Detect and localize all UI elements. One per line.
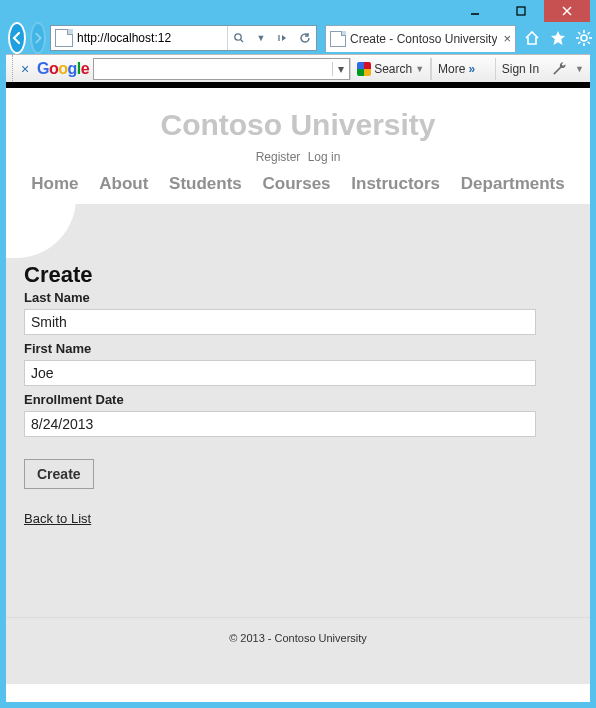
stop-button[interactable] (272, 27, 294, 49)
google-search-label: Search (374, 62, 412, 76)
svg-line-13 (588, 42, 590, 44)
tools-icon[interactable] (576, 30, 592, 46)
toolbar-grip[interactable] (6, 55, 13, 83)
tab-close-icon[interactable]: × (503, 32, 511, 45)
svg-rect-1 (517, 7, 525, 15)
page-viewport: Contoso University Register Log in Home … (6, 82, 590, 702)
chevron-right-icon: » (468, 62, 475, 76)
svg-point-7 (581, 35, 587, 41)
register-link[interactable]: Register (256, 150, 301, 164)
google-logo[interactable]: Google (37, 60, 89, 78)
window-close-button[interactable] (544, 0, 590, 22)
window-maximize-button[interactable] (498, 0, 544, 22)
svg-line-5 (241, 40, 244, 43)
google-search-box[interactable]: ▾ (93, 58, 350, 80)
nav-home[interactable]: Home (31, 174, 78, 193)
label-last-name: Last Name (24, 290, 572, 305)
create-button[interactable]: Create (24, 459, 94, 489)
site-title: Contoso University (6, 108, 590, 142)
input-last-name[interactable] (24, 309, 536, 335)
forward-button[interactable] (30, 22, 46, 54)
home-icon[interactable] (524, 30, 540, 46)
toolbar-close-icon[interactable]: × (17, 61, 33, 77)
address-bar[interactable]: ▼ (50, 25, 317, 51)
page-heading: Create (24, 262, 572, 288)
google-search-dropdown-icon[interactable]: ▾ (332, 62, 349, 76)
url-dropdown-icon[interactable]: ▼ (250, 27, 272, 49)
page-icon (55, 29, 73, 47)
nav-instructors[interactable]: Instructors (351, 174, 440, 193)
site-footer: © 2013 - Contoso University (6, 617, 590, 684)
login-link[interactable]: Log in (308, 150, 341, 164)
wrench-icon[interactable] (551, 60, 569, 78)
url-input[interactable] (77, 28, 227, 48)
back-button[interactable] (8, 22, 26, 54)
page-body: Create Last Name First Name Enrollment D… (6, 204, 590, 617)
tab-page-icon (330, 31, 346, 47)
input-first-name[interactable] (24, 360, 536, 386)
browser-tab[interactable]: Create - Contoso University × (325, 25, 516, 52)
label-enrollment-date: Enrollment Date (24, 392, 572, 407)
favorites-icon[interactable] (550, 30, 566, 46)
google-g-icon (357, 62, 371, 76)
window-titlebar (6, 0, 590, 22)
site-header: Contoso University Register Log in Home … (6, 88, 590, 204)
nav-courses[interactable]: Courses (263, 174, 331, 193)
tab-title: Create - Contoso University (350, 32, 497, 46)
header-arc (6, 198, 76, 258)
back-to-list-link[interactable]: Back to List (24, 511, 91, 526)
google-more-label: More (438, 62, 465, 76)
svg-point-4 (235, 34, 241, 40)
refresh-button[interactable] (294, 27, 316, 49)
browser-navbar: ▼ Create - Contoso University × (6, 22, 590, 54)
svg-line-14 (578, 42, 580, 44)
svg-line-15 (588, 32, 590, 34)
google-search-button[interactable]: Search ▼ (350, 58, 430, 80)
svg-line-12 (578, 32, 580, 34)
nav-students[interactable]: Students (169, 174, 242, 193)
wrench-dropdown-icon[interactable]: ▼ (575, 64, 584, 74)
google-signin-label: Sign In (502, 62, 539, 76)
google-search-input[interactable] (94, 60, 332, 78)
input-enrollment-date[interactable] (24, 411, 536, 437)
google-more-button[interactable]: More » (431, 58, 481, 80)
label-first-name: First Name (24, 341, 572, 356)
search-dropdown-icon[interactable] (228, 27, 250, 49)
chevron-down-icon: ▼ (415, 64, 424, 74)
nav-about[interactable]: About (99, 174, 148, 193)
google-signin-button[interactable]: Sign In (495, 58, 545, 80)
main-nav: Home About Students Courses Instructors … (6, 174, 590, 204)
window-minimize-button[interactable] (452, 0, 498, 22)
nav-departments[interactable]: Departments (461, 174, 565, 193)
google-toolbar: × Google ▾ Search ▼ More » Sign In ▼ (6, 54, 590, 84)
